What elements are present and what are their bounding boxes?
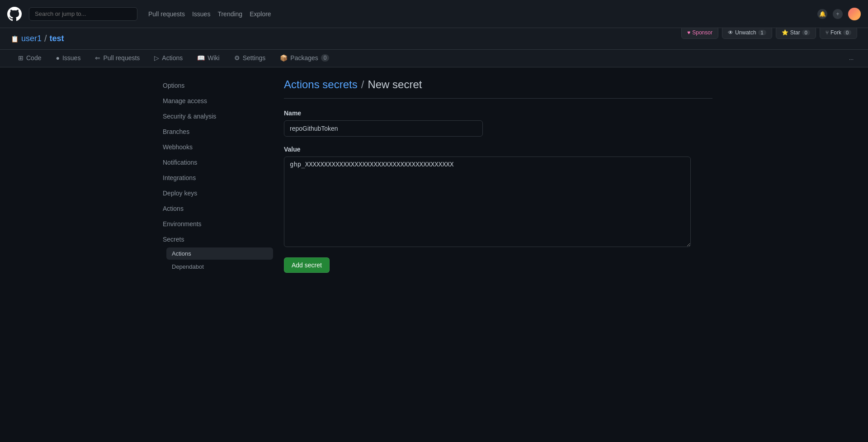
tab-actions[interactable]: ▷ Actions bbox=[147, 50, 190, 67]
nav-explore[interactable]: Explore bbox=[250, 10, 271, 18]
watch-count: 1 bbox=[758, 30, 766, 35]
nav-trending[interactable]: Trending bbox=[217, 10, 242, 18]
settings-icon: ⚙ bbox=[234, 54, 240, 62]
breadcrumb: 📋 user1 / test bbox=[11, 33, 64, 44]
sidebar-item-secrets-actions[interactable]: Actions bbox=[166, 247, 273, 260]
sidebar-item-branches[interactable]: Branches bbox=[156, 124, 273, 139]
packages-icon: 📦 bbox=[280, 54, 288, 62]
page-title-link[interactable]: Actions secrets bbox=[284, 78, 358, 91]
heart-icon: ♥ bbox=[687, 29, 690, 36]
tab-pull-requests[interactable]: ⇐ Pull requests bbox=[88, 50, 147, 67]
page-title-current: New secret bbox=[368, 78, 422, 91]
pr-icon: ⇐ bbox=[95, 54, 100, 62]
fork-icon: ⑂ bbox=[826, 29, 829, 36]
value-field-group: Value ghp_XXXXXXXXXXXXXXXXXXXXXXXXXXXXXX… bbox=[284, 146, 712, 248]
breadcrumb-sep: / bbox=[44, 33, 47, 44]
topnav-links: Pull requests Issues Trending Explore bbox=[148, 10, 271, 18]
sidebar-item-manage-access[interactable]: Manage access bbox=[156, 94, 273, 108]
sidebar-item-webhooks[interactable]: Webhooks bbox=[156, 140, 273, 154]
issues-icon: ● bbox=[56, 54, 59, 62]
value-textarea[interactable]: ghp_XXXXXXXXXXXXXXXXXXXXXXXXXXXXXXXXXXXX… bbox=[284, 157, 691, 247]
page-title: Actions secrets / New secret bbox=[284, 78, 712, 99]
sidebar-item-options[interactable]: Options bbox=[156, 78, 273, 93]
add-secret-button[interactable]: Add secret bbox=[284, 257, 330, 273]
avatar[interactable] bbox=[848, 8, 861, 20]
tab-wiki-label: Wiki bbox=[208, 54, 219, 62]
topnav-right: 🔔 + bbox=[817, 8, 861, 20]
github-logo[interactable] bbox=[7, 7, 22, 21]
sidebar-item-secrets[interactable]: Secrets bbox=[156, 232, 273, 247]
code-icon: ⊞ bbox=[18, 54, 24, 62]
settings-sidebar: Options Manage access Security & analysi… bbox=[156, 78, 273, 274]
main-layout: Options Manage access Security & analysi… bbox=[145, 67, 723, 285]
value-label: Value bbox=[284, 146, 712, 153]
tab-settings-label: Settings bbox=[243, 54, 266, 62]
tab-packages[interactable]: 📦 Packages 0 bbox=[273, 50, 336, 67]
tab-code-label: Code bbox=[26, 54, 41, 62]
new-secret-form: Name Value ghp_XXXXXXXXXXXXXXXXXXXXXXXXX… bbox=[284, 109, 712, 273]
tab-more[interactable]: ··· bbox=[845, 52, 857, 67]
name-field-group: Name bbox=[284, 109, 712, 137]
tab-settings[interactable]: ⚙ Settings bbox=[227, 50, 273, 67]
main-content: Actions secrets / New secret Name Value … bbox=[284, 78, 712, 274]
unwatch-label: Unwatch bbox=[735, 29, 756, 36]
sponsor-label: Sponsor bbox=[692, 29, 712, 36]
fork-label: Fork bbox=[830, 29, 841, 36]
wiki-icon: 📖 bbox=[197, 54, 205, 62]
repo-name[interactable]: test bbox=[50, 34, 64, 43]
sidebar-item-integrations[interactable]: Integrations bbox=[156, 171, 273, 185]
star-icon: ⭐ bbox=[782, 29, 788, 36]
tab-code[interactable]: ⊞ Code bbox=[11, 50, 48, 67]
tab-issues-label: Issues bbox=[62, 54, 80, 62]
tab-pr-label: Pull requests bbox=[103, 54, 140, 62]
sidebar-item-notifications[interactable]: Notifications bbox=[156, 155, 273, 170]
tab-issues[interactable]: ● Issues bbox=[48, 50, 88, 67]
packages-count: 0 bbox=[321, 54, 330, 62]
plus-icon[interactable]: + bbox=[833, 9, 843, 19]
name-label: Name bbox=[284, 109, 712, 117]
repo-header: 📋 user1 / test ♥ Sponsor 👁 Unwatch 1 ⭐ S… bbox=[0, 28, 868, 50]
search-input[interactable] bbox=[29, 7, 137, 21]
nav-pull-requests[interactable]: Pull requests bbox=[148, 10, 185, 18]
fork-count: 0 bbox=[843, 30, 851, 35]
star-count: 0 bbox=[802, 30, 810, 35]
sidebar-item-actions[interactable]: Actions bbox=[156, 201, 273, 216]
nav-issues[interactable]: Issues bbox=[192, 10, 210, 18]
tab-actions-label: Actions bbox=[162, 54, 183, 62]
actions-icon: ▷ bbox=[154, 54, 159, 62]
tab-wiki[interactable]: 📖 Wiki bbox=[190, 50, 226, 67]
page-title-sep: / bbox=[361, 78, 364, 91]
eye-icon: 👁 bbox=[728, 29, 733, 36]
repo-owner[interactable]: user1 bbox=[21, 34, 42, 43]
notifications-icon[interactable]: 🔔 bbox=[817, 9, 827, 19]
sidebar-item-environments[interactable]: Environments bbox=[156, 217, 273, 231]
star-label: Star bbox=[790, 29, 800, 36]
sidebar-item-security-analysis[interactable]: Security & analysis bbox=[156, 109, 273, 124]
name-input[interactable] bbox=[284, 120, 483, 137]
top-navigation: Pull requests Issues Trending Explore 🔔 … bbox=[0, 0, 868, 28]
tab-packages-label: Packages bbox=[290, 54, 318, 62]
sidebar-item-secrets-dependabot[interactable]: Dependabot bbox=[166, 261, 273, 273]
repo-tabs: ⊞ Code ● Issues ⇐ Pull requests ▷ Action… bbox=[0, 50, 868, 67]
sidebar-item-deploy-keys[interactable]: Deploy keys bbox=[156, 186, 273, 200]
repo-type-icon: 📋 bbox=[11, 35, 19, 43]
